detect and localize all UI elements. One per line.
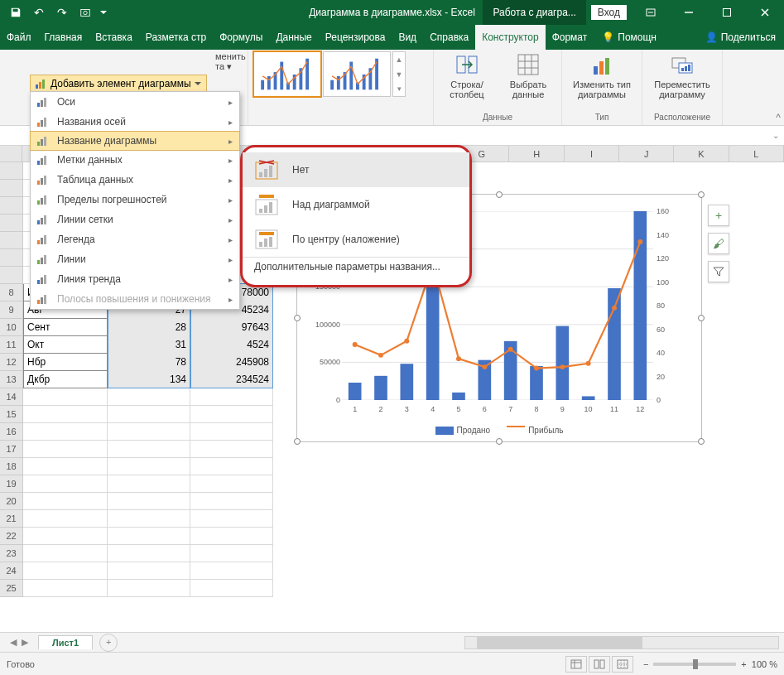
- zoom-control[interactable]: − + 100 %: [643, 659, 777, 669]
- select-data-button[interactable]: Выбрать данные: [500, 51, 556, 99]
- close-icon[interactable]: [746, 0, 784, 25]
- camera-icon[interactable]: [75, 2, 96, 23]
- style-thumb-1[interactable]: [253, 51, 321, 97]
- move-chart-button[interactable]: Переместить диаграмму: [647, 51, 717, 99]
- undo-icon[interactable]: [28, 2, 50, 23]
- row-header[interactable]: 12: [0, 354, 23, 371]
- collapse-ribbon-icon[interactable]: ^: [776, 112, 781, 123]
- row-header[interactable]: 23: [0, 545, 23, 562]
- row-header[interactable]: 21: [0, 510, 23, 528]
- tab-nav[interactable]: ◀▶: [0, 637, 38, 648]
- dropdown-item[interactable]: Легенда▸: [31, 229, 239, 249]
- ribbon-display-icon[interactable]: [632, 0, 670, 25]
- zoom-slider[interactable]: [653, 663, 736, 666]
- col-header[interactable]: K: [674, 146, 729, 162]
- tab-file[interactable]: Файл: [0, 25, 38, 50]
- row-header[interactable]: 20: [0, 493, 23, 510]
- row-header[interactable]: 10: [0, 319, 23, 336]
- qat-dropdown-icon[interactable]: [98, 2, 109, 23]
- dropdown-item[interactable]: Линия тренда▸: [31, 269, 239, 289]
- row-header[interactable]: 19: [0, 475, 23, 493]
- status-bar: Готово − + 100 %: [0, 652, 784, 675]
- style-thumb-2[interactable]: [323, 51, 391, 97]
- dropdown-item[interactable]: Линии сетки▸: [31, 210, 239, 229]
- dropdown-item[interactable]: Таблица данных▸: [31, 170, 239, 190]
- title-above[interactable]: Над диаграммой: [243, 187, 469, 222]
- share-button[interactable]: 👤Поделиться: [697, 25, 784, 50]
- chart-legend[interactable]: Продано Прибыль: [297, 426, 701, 436]
- chart-styles-gallery[interactable]: ▲▼▾: [253, 51, 428, 97]
- quick-access-toolbar: [0, 2, 114, 23]
- select-all-corner[interactable]: [0, 146, 22, 162]
- tab-layout[interactable]: Разметка стр: [139, 25, 213, 50]
- dropdown-item[interactable]: Оси▸: [31, 92, 239, 112]
- add-sheet-button[interactable]: +: [99, 634, 118, 652]
- save-icon[interactable]: [5, 2, 26, 23]
- row-header[interactable]: 11: [0, 336, 23, 354]
- tab-insert[interactable]: Вставка: [89, 25, 139, 50]
- status-text: Готово: [7, 659, 35, 669]
- title-center-overlay[interactable]: По центру (наложение): [243, 222, 469, 257]
- gallery-scroll[interactable]: ▲▼▾: [392, 51, 406, 97]
- svg-rect-42: [44, 137, 46, 146]
- chart-filters-button[interactable]: [708, 261, 729, 282]
- col-header[interactable]: H: [509, 146, 564, 162]
- view-normal-icon[interactable]: [565, 656, 587, 673]
- title-more-options[interactable]: Дополнительные параметры названия...: [243, 257, 469, 280]
- tab-help[interactable]: Справка: [423, 25, 475, 50]
- tab-design[interactable]: Конструктор: [475, 25, 545, 50]
- svg-rect-13: [337, 76, 340, 89]
- dropdown-item[interactable]: Линии▸: [31, 249, 239, 269]
- dropdown-item[interactable]: Метки данных▸: [31, 150, 239, 170]
- tab-review[interactable]: Рецензирова: [319, 25, 392, 50]
- col-header[interactable]: L: [729, 146, 784, 162]
- formula-expand-icon[interactable]: ⌄: [772, 131, 779, 140]
- row-header[interactable]: 14: [0, 388, 23, 406]
- row-header[interactable]: 22: [0, 528, 23, 545]
- dropdown-item[interactable]: Название диаграммы▸: [30, 131, 240, 151]
- svg-rect-45: [44, 156, 46, 165]
- chevron-down-icon: [195, 82, 201, 85]
- row-header[interactable]: 13: [0, 371, 23, 388]
- tell-me[interactable]: 💡Помощн: [594, 25, 665, 50]
- svg-rect-90: [426, 287, 440, 400]
- svg-rect-77: [259, 232, 274, 235]
- chart-styles-button[interactable]: 🖌: [708, 233, 729, 254]
- col-header[interactable]: I: [565, 146, 619, 162]
- tab-home[interactable]: Главная: [38, 25, 89, 50]
- add-chart-element-button[interactable]: Добавить элемент диаграммы: [30, 75, 207, 93]
- col-header[interactable]: J: [619, 146, 674, 162]
- view-layout-icon[interactable]: [589, 656, 610, 673]
- title-bar: Диаграмма в диаграмме.xlsx - Excel Работ…: [0, 0, 784, 25]
- title-none[interactable]: Нет: [243, 152, 469, 187]
- row-header[interactable]: 25: [0, 580, 23, 597]
- tab-format[interactable]: Формат: [546, 25, 594, 50]
- svg-rect-37: [37, 123, 40, 127]
- redo-icon[interactable]: [51, 2, 73, 23]
- row-header[interactable]: 17: [0, 441, 23, 458]
- tab-data[interactable]: Данные: [269, 25, 318, 50]
- row-header[interactable]: 9: [0, 301, 23, 319]
- dropdown-item[interactable]: Названия осей▸: [31, 112, 239, 132]
- row-header[interactable]: 18: [0, 458, 23, 475]
- login-button[interactable]: Вход: [591, 5, 627, 20]
- chart-elements-button[interactable]: +: [708, 205, 729, 226]
- view-pagebreak-icon[interactable]: [612, 656, 633, 673]
- change-chart-type-button[interactable]: Изменить тип диаграммы: [567, 51, 637, 99]
- tab-formulas[interactable]: Формулы: [213, 25, 269, 50]
- row-header[interactable]: 15: [0, 406, 23, 423]
- zoom-in-icon[interactable]: +: [741, 659, 746, 669]
- tab-view[interactable]: Вид: [392, 25, 423, 50]
- zoom-out-icon[interactable]: −: [643, 659, 648, 669]
- svg-rect-64: [37, 300, 40, 304]
- dropdown-item[interactable]: Пределы погрешностей▸: [31, 190, 239, 210]
- row-header[interactable]: 8: [0, 284, 23, 301]
- sheet-tab-active[interactable]: Лист1: [38, 635, 93, 649]
- row-header[interactable]: 16: [0, 423, 23, 441]
- horizontal-scrollbar[interactable]: [464, 636, 779, 649]
- switch-row-col-button[interactable]: Строка/ столбец: [439, 51, 495, 99]
- minimize-icon[interactable]: [670, 0, 708, 25]
- quick-layout-partial[interactable]: менить та ▾: [215, 51, 243, 71]
- maximize-icon[interactable]: [708, 0, 746, 25]
- row-header[interactable]: 24: [0, 562, 23, 580]
